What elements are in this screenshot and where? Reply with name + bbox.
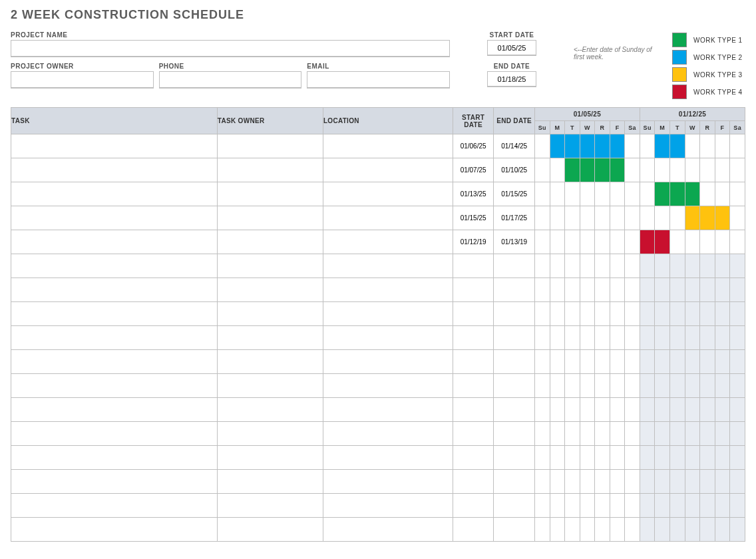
- gantt-cell[interactable]: [670, 470, 685, 494]
- task-cell-input[interactable]: [11, 398, 217, 421]
- gantt-cell[interactable]: [580, 518, 595, 542]
- task-cell-input[interactable]: [11, 158, 217, 182]
- gantt-cell[interactable]: [550, 422, 565, 446]
- gantt-cell[interactable]: [565, 446, 580, 470]
- gantt-cell[interactable]: [670, 518, 685, 542]
- gantt-cell[interactable]: [715, 326, 730, 350]
- gantt-cell[interactable]: [565, 302, 580, 326]
- start-date-cell-input[interactable]: [453, 422, 494, 445]
- gantt-cell[interactable]: [640, 494, 655, 518]
- gantt-cell[interactable]: [640, 422, 655, 446]
- location-cell-input[interactable]: [323, 326, 453, 349]
- end-date-cell-input[interactable]: [494, 470, 534, 493]
- gantt-cell[interactable]: [685, 254, 700, 278]
- location-cell-input[interactable]: [323, 230, 453, 254]
- end-date-input[interactable]: [487, 71, 536, 87]
- gantt-cell[interactable]: [715, 206, 730, 230]
- owner-cell-input[interactable]: [218, 278, 323, 301]
- gantt-cell[interactable]: [670, 350, 685, 374]
- gantt-cell[interactable]: [730, 470, 745, 494]
- gantt-cell[interactable]: [670, 494, 685, 518]
- end-date-cell-input[interactable]: [494, 518, 534, 541]
- task-cell-input[interactable]: [11, 182, 217, 206]
- gantt-cell[interactable]: [655, 206, 670, 230]
- gantt-cell[interactable]: [550, 302, 565, 326]
- gantt-cell[interactable]: [640, 134, 655, 158]
- task-cell-input[interactable]: [11, 494, 217, 517]
- gantt-cell[interactable]: [700, 158, 715, 182]
- gantt-cell[interactable]: [595, 134, 610, 158]
- gantt-cell[interactable]: [700, 326, 715, 350]
- gantt-cell[interactable]: [550, 182, 565, 206]
- gantt-cell[interactable]: [580, 446, 595, 470]
- location-cell-input[interactable]: [323, 350, 453, 373]
- gantt-cell[interactable]: [565, 398, 580, 422]
- gantt-cell[interactable]: [730, 446, 745, 470]
- start-date-input[interactable]: [487, 40, 536, 56]
- gantt-cell[interactable]: [700, 206, 715, 230]
- start-date-cell-input[interactable]: [453, 254, 494, 278]
- gantt-cell[interactable]: [730, 134, 745, 158]
- gantt-cell[interactable]: [580, 206, 595, 230]
- task-cell-input[interactable]: [11, 518, 217, 541]
- gantt-cell[interactable]: [715, 182, 730, 206]
- gantt-cell[interactable]: [550, 350, 565, 374]
- gantt-cell[interactable]: [700, 350, 715, 374]
- gantt-cell[interactable]: [670, 278, 685, 302]
- gantt-cell[interactable]: [715, 278, 730, 302]
- gantt-cell[interactable]: [625, 518, 640, 542]
- gantt-cell[interactable]: [595, 230, 610, 254]
- location-cell-input[interactable]: [323, 470, 453, 493]
- gantt-cell[interactable]: [610, 158, 625, 182]
- gantt-cell[interactable]: [565, 326, 580, 350]
- gantt-cell[interactable]: [550, 230, 565, 254]
- gantt-cell[interactable]: [685, 446, 700, 470]
- gantt-cell[interactable]: [640, 206, 655, 230]
- gantt-cell[interactable]: [685, 230, 700, 254]
- owner-cell-input[interactable]: [218, 350, 323, 373]
- gantt-cell[interactable]: [670, 254, 685, 278]
- gantt-cell[interactable]: [685, 398, 700, 422]
- gantt-cell[interactable]: [565, 350, 580, 374]
- start-date-cell-input[interactable]: [453, 278, 494, 301]
- gantt-cell[interactable]: [730, 518, 745, 542]
- end-date-cell-input[interactable]: [494, 494, 534, 517]
- gantt-cell[interactable]: [715, 134, 730, 158]
- gantt-cell[interactable]: [595, 446, 610, 470]
- gantt-cell[interactable]: [715, 374, 730, 398]
- gantt-cell[interactable]: [715, 494, 730, 518]
- gantt-cell[interactable]: [550, 398, 565, 422]
- gantt-cell[interactable]: [580, 158, 595, 182]
- gantt-cell[interactable]: [730, 422, 745, 446]
- owner-cell-input[interactable]: [218, 422, 323, 445]
- task-cell-input[interactable]: [11, 254, 217, 278]
- gantt-cell[interactable]: [610, 494, 625, 518]
- gantt-cell[interactable]: [655, 470, 670, 494]
- owner-cell-input[interactable]: [218, 134, 323, 158]
- gantt-cell[interactable]: [550, 470, 565, 494]
- gantt-cell[interactable]: [610, 470, 625, 494]
- gantt-cell[interactable]: [580, 182, 595, 206]
- gantt-cell[interactable]: [595, 350, 610, 374]
- gantt-cell[interactable]: [550, 518, 565, 542]
- gantt-cell[interactable]: [625, 206, 640, 230]
- end-date-cell-input[interactable]: [494, 134, 534, 158]
- gantt-cell[interactable]: [565, 494, 580, 518]
- gantt-cell[interactable]: [640, 158, 655, 182]
- gantt-cell[interactable]: [580, 230, 595, 254]
- owner-cell-input[interactable]: [218, 398, 323, 421]
- gantt-cell[interactable]: [580, 350, 595, 374]
- gantt-cell[interactable]: [534, 206, 550, 230]
- gantt-cell[interactable]: [715, 398, 730, 422]
- gantt-cell[interactable]: [670, 206, 685, 230]
- gantt-cell[interactable]: [610, 446, 625, 470]
- gantt-cell[interactable]: [715, 446, 730, 470]
- gantt-cell[interactable]: [550, 374, 565, 398]
- gantt-cell[interactable]: [685, 470, 700, 494]
- gantt-cell[interactable]: [565, 374, 580, 398]
- gantt-cell[interactable]: [685, 374, 700, 398]
- location-cell-input[interactable]: [323, 158, 453, 182]
- gantt-cell[interactable]: [685, 350, 700, 374]
- gantt-cell[interactable]: [730, 230, 745, 254]
- gantt-cell[interactable]: [610, 518, 625, 542]
